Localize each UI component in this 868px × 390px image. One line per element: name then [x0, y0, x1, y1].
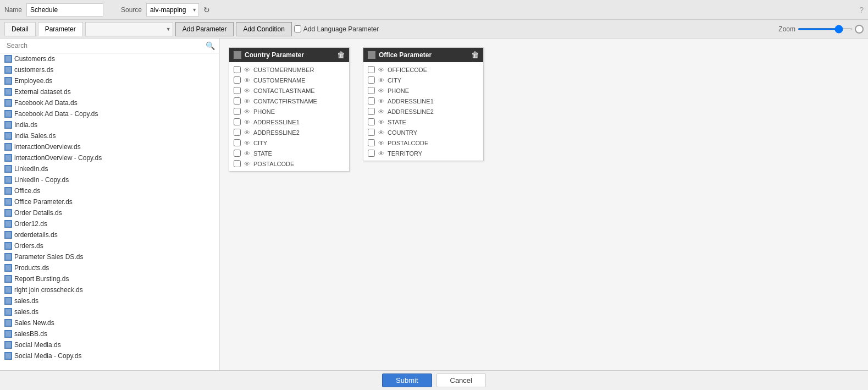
field-checkbox[interactable]	[234, 97, 241, 105]
field-checkbox[interactable]	[234, 139, 241, 146]
tab-dropdown[interactable]	[85, 22, 173, 36]
sidebar-item-label: Products.ds	[14, 264, 49, 272]
tab-parameter[interactable]: Parameter	[38, 22, 83, 36]
country-param-delete-icon[interactable]: 🗑	[337, 51, 345, 59]
field-checkbox[interactable]	[234, 160, 241, 167]
field-name: TERRITORY	[388, 150, 422, 157]
sidebar-item[interactable]: right join crosscheck.ds	[0, 284, 219, 295]
field-name: OFFICECODE	[388, 67, 427, 73]
eye-icon[interactable]: 👁	[378, 67, 384, 73]
eye-icon[interactable]: 👁	[378, 140, 384, 146]
sidebar-item[interactable]: Sales New.ds	[0, 317, 219, 328]
field-name: CITY	[253, 140, 267, 146]
param-row: 👁 CITY	[363, 75, 483, 85]
add-parameter-button[interactable]: Add Parameter	[175, 22, 234, 36]
field-checkbox[interactable]	[368, 76, 375, 84]
sidebar-list: Customers.dscustomers.dsEmployee.dsExter…	[0, 53, 219, 370]
ds-icon	[4, 297, 12, 305]
refresh-icon[interactable]: ↻	[203, 6, 210, 14]
canvas-area: Country Parameter 🗑 👁 CUSTOMERNUMBER 👁 C…	[220, 39, 868, 370]
sidebar-item[interactable]: Facebook Ad Data.ds	[0, 97, 219, 108]
sidebar-item[interactable]: orderdetails.ds	[0, 229, 219, 240]
eye-icon[interactable]: 👁	[244, 67, 250, 73]
field-name: CONTACTFIRSTNAME	[253, 98, 317, 105]
office-param-delete-icon[interactable]: 🗑	[471, 51, 479, 59]
sidebar-item[interactable]: LinkedIn.ds	[0, 163, 219, 174]
name-input[interactable]	[26, 3, 103, 17]
eye-icon[interactable]: 👁	[244, 108, 250, 115]
sidebar-item[interactable]: Products.ds	[0, 262, 219, 273]
eye-icon[interactable]: 👁	[378, 108, 384, 115]
eye-icon[interactable]: 👁	[244, 98, 250, 105]
eye-icon[interactable]: 👁	[378, 87, 384, 94]
field-checkbox[interactable]	[368, 66, 375, 73]
eye-icon[interactable]: 👁	[244, 150, 250, 157]
eye-icon[interactable]: 👁	[244, 129, 250, 136]
field-checkbox[interactable]	[368, 150, 375, 157]
eye-icon[interactable]: 👁	[244, 77, 250, 84]
eye-icon[interactable]: 👁	[378, 98, 384, 105]
field-checkbox[interactable]	[368, 108, 375, 115]
sidebar-item[interactable]: Office.ds	[0, 185, 219, 196]
sidebar-item[interactable]: External dataset.ds	[0, 86, 219, 97]
sidebar-item[interactable]: Customers.ds	[0, 53, 219, 64]
sidebar-item[interactable]: sales.ds	[0, 306, 219, 317]
zoom-slider[interactable]	[798, 28, 853, 30]
submit-button[interactable]: Submit	[382, 373, 432, 387]
sidebar-item[interactable]: India Sales.ds	[0, 130, 219, 141]
eye-icon[interactable]: 👁	[244, 119, 250, 125]
cancel-button[interactable]: Cancel	[436, 373, 486, 387]
field-checkbox[interactable]	[234, 76, 241, 84]
sidebar-item[interactable]: Report Bursting.ds	[0, 273, 219, 284]
field-checkbox[interactable]	[368, 118, 375, 125]
sidebar-item[interactable]: India.ds	[0, 119, 219, 130]
ds-icon	[4, 231, 12, 239]
eye-icon[interactable]: 👁	[378, 77, 384, 84]
eye-icon[interactable]: 👁	[378, 129, 384, 136]
field-checkbox[interactable]	[234, 87, 241, 94]
sidebar-item[interactable]: salesBB.ds	[0, 328, 219, 339]
sidebar-item[interactable]: Office Parameter.ds	[0, 196, 219, 207]
sidebar-item[interactable]: interactionOverview.ds	[0, 141, 219, 152]
add-condition-button[interactable]: Add Condition	[236, 22, 291, 36]
search-icon[interactable]: 🔍	[206, 41, 215, 50]
sidebar-item[interactable]: LinkedIn - Copy.ds	[0, 174, 219, 185]
sidebar-item[interactable]: sales.ds	[0, 295, 219, 306]
sidebar-item[interactable]: Order12.ds	[0, 218, 219, 229]
sidebar-item[interactable]: Employee.ds	[0, 75, 219, 86]
field-checkbox[interactable]	[368, 97, 375, 105]
source-select[interactable]: aiv-mapping other-source	[146, 3, 199, 17]
add-language-checkbox[interactable]	[294, 25, 301, 32]
search-input[interactable]	[4, 41, 203, 51]
field-checkbox[interactable]	[234, 66, 241, 73]
eye-icon[interactable]: 👁	[378, 119, 384, 125]
field-checkbox[interactable]	[234, 150, 241, 157]
sidebar-item[interactable]: Social Media - Copy.ds	[0, 350, 219, 361]
field-checkbox[interactable]	[368, 87, 375, 94]
field-checkbox[interactable]	[234, 108, 241, 115]
sidebar-item[interactable]: interactionOverview - Copy.ds	[0, 152, 219, 163]
eye-icon[interactable]: 👁	[378, 150, 384, 157]
sidebar-item[interactable]: customers.ds	[0, 64, 219, 75]
param-row: 👁 CUSTOMERNAME	[229, 75, 349, 85]
tab-detail[interactable]: Detail	[4, 22, 36, 36]
ds-icon	[4, 352, 12, 360]
eye-icon[interactable]: 👁	[244, 87, 250, 94]
sidebar-item[interactable]: Order Details.ds	[0, 207, 219, 218]
sidebar-item[interactable]: Orders.ds	[0, 240, 219, 251]
sidebar-item[interactable]: Social Media.ds	[0, 339, 219, 350]
field-checkbox[interactable]	[368, 129, 375, 136]
country-param-header: Country Parameter 🗑	[229, 48, 349, 62]
add-language-label[interactable]: Add Language Parameter	[294, 25, 379, 33]
field-checkbox[interactable]	[234, 118, 241, 125]
eye-icon[interactable]: 👁	[244, 161, 250, 167]
ds-icon	[4, 121, 12, 129]
help-icon[interactable]: ?	[859, 6, 864, 14]
field-checkbox[interactable]	[368, 139, 375, 146]
sidebar-item[interactable]: Facebook Ad Data - Copy.ds	[0, 108, 219, 119]
ds-icon	[4, 220, 12, 228]
field-checkbox[interactable]	[234, 129, 241, 136]
eye-icon[interactable]: 👁	[244, 140, 250, 146]
sidebar-item[interactable]: Parameter Sales DS.ds	[0, 251, 219, 262]
zoom-circle	[855, 25, 864, 34]
